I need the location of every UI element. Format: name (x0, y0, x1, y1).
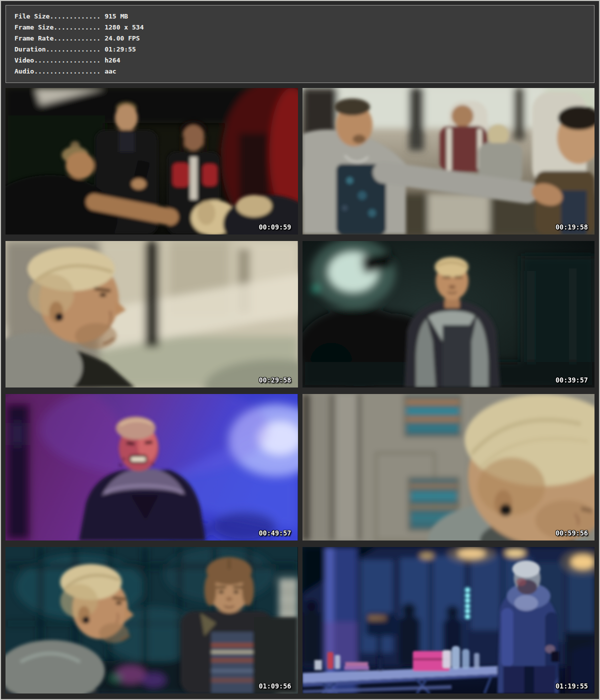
info-label: Audio (14, 68, 34, 75)
info-label: Frame Rate (14, 34, 54, 42)
timestamp-label: 01:19:55 (556, 682, 588, 690)
frame-art-4 (302, 241, 595, 388)
screenshot-6: 00:59:56 (302, 394, 595, 540)
info-label: Frame Size (14, 24, 54, 31)
media-info-panel: File Size.............915 MB Frame Size.… (6, 5, 594, 83)
frame-art-8 (302, 547, 595, 694)
info-row-duration: Duration..............01:29:55 (14, 44, 589, 55)
info-row-video: Video.................h264 (14, 55, 589, 66)
info-leader: ............. (50, 12, 100, 20)
info-label: Video (14, 56, 34, 64)
info-leader: ............ (54, 24, 100, 31)
screenshot-7: 01:09:56 (6, 547, 298, 694)
info-row-file-size: File Size.............915 MB (14, 11, 589, 22)
screenshot-4: 00:39:57 (302, 241, 595, 388)
timestamp-label: 00:19:58 (556, 223, 588, 231)
info-label: File Size (14, 12, 50, 20)
screenshot-grid: 00:09:59 (6, 88, 594, 694)
info-value: 1280 x 534 (104, 24, 144, 31)
info-row-frame-size: Frame Size............1280 x 534 (14, 22, 589, 33)
info-leader: ................. (34, 68, 100, 75)
timestamp-label: 00:29:58 (258, 376, 291, 384)
info-leader: ............ (54, 34, 100, 42)
info-value: 01:29:55 (104, 46, 136, 53)
frame-art-7 (6, 547, 298, 694)
screenshot-2: 00:19:58 (302, 88, 595, 234)
frame-art-3 (6, 241, 298, 388)
info-label: Duration (14, 46, 46, 53)
info-value: h264 (104, 56, 120, 64)
info-leader: ................. (34, 56, 100, 64)
timestamp-label: 00:49:57 (258, 529, 291, 537)
timestamp-label: 00:09:59 (258, 223, 291, 231)
info-value: 915 MB (104, 12, 128, 20)
timestamp-label: 00:59:56 (556, 529, 588, 537)
screenshot-3: 00:29:58 (6, 241, 298, 388)
screenshot-1: 00:09:59 (6, 88, 298, 234)
frame-art-2 (302, 88, 595, 234)
screenshot-5: 00:49:57 (6, 394, 298, 540)
frame-art-5 (6, 394, 298, 540)
info-value: aac (104, 68, 116, 75)
frame-art-1 (6, 88, 298, 234)
info-row-audio: Audio.................aac (14, 66, 589, 77)
frame-art-6 (302, 394, 595, 540)
page: File Size.............915 MB Frame Size.… (0, 0, 600, 700)
info-row-frame-rate: Frame Rate............24.00 FPS (14, 33, 589, 44)
timestamp-label: 00:39:57 (556, 376, 588, 384)
timestamp-label: 01:09:56 (258, 682, 291, 690)
info-value: 24.00 FPS (104, 34, 140, 42)
screenshot-8: 01:19:55 (302, 547, 595, 694)
info-leader: .............. (46, 46, 101, 53)
